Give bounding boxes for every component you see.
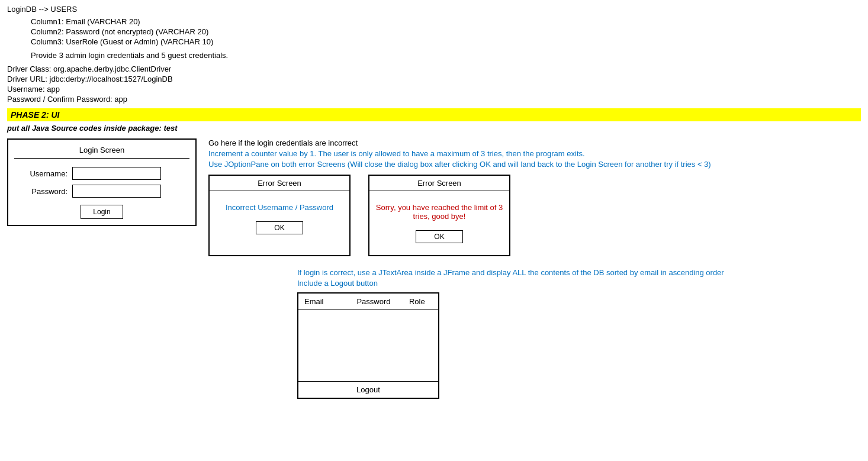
bottom-info-line1: If login is correct, use a JTextArea ins… [297,268,861,277]
data-display-box: Email Password Role Logout [297,292,439,399]
db-column1: Column1: Email (VARCHAR 20) [31,17,861,26]
col-email-header: Email [304,297,345,306]
error-screen-2-message: Sorry, you have reached the limit of 3 t… [375,203,503,221]
bottom-info-text: If login is correct, use a JTextArea ins… [297,268,861,288]
db-column3: Column3: UserRole (Guest or Admin) (VARC… [31,37,861,46]
password-input[interactable] [72,185,161,198]
driver-url: Driver URL: jdbc:derby://localhost:1527/… [7,75,861,83]
db-title: LoginDB --> USERS [7,5,861,14]
password-row: Password: [20,185,184,198]
bottom-info-line2: Include a Logout button [297,279,861,288]
login-button[interactable]: Login [81,205,123,219]
username-label: Username: [20,169,67,178]
ui-section: Login Screen Username: Password: Login [7,138,861,256]
error-info-line2: Increment a counter value by 1. The user… [208,149,861,158]
error-screen-2-title: Error Screen [369,176,509,191]
error-screen-2-ok-button[interactable]: OK [416,230,462,243]
error-info-text: Go here if the login credentials are inc… [208,138,861,169]
login-btn-row: Login [20,205,184,219]
bottom-section: If login is correct, use a JTextArea ins… [7,268,861,399]
login-screen-box: Login Screen Username: Password: Login [7,138,197,226]
db-column2: Column2: Password (not encrypted) (VARCH… [31,27,861,36]
db-username: Username: app [7,85,861,94]
error-info-section: Go here if the login credentials are inc… [208,138,861,256]
error-screen-1-ok-button[interactable]: OK [256,221,303,234]
phase-banner: PHASE 2: UI [7,108,861,121]
error-screen-1-message: Incorrect Username / Password [216,203,343,212]
data-table-body [298,310,438,381]
logout-button[interactable]: Logout [356,385,380,394]
col-role-header: Role [409,297,432,306]
username-row: Username: [20,167,184,180]
login-screen-container: Login Screen Username: Password: Login [7,138,197,226]
data-logout-row: Logout [298,381,438,398]
db-credentials-note: Provide 3 admin login credentials and 5 … [31,51,861,60]
error-screen-1-body: Incorrect Username / Password OK [210,191,349,246]
driver-class: Driver Class: org.apache.derby.jdbc.Clie… [7,65,861,73]
db-config: Driver Class: org.apache.derby.jdbc.Clie… [7,65,861,104]
error-screen-1: Error Screen Incorrect Username / Passwo… [208,175,351,256]
error-info-line1: Go here if the login credentials are inc… [208,138,861,147]
error-screen-1-title: Error Screen [210,176,349,191]
error-screens-row: Error Screen Incorrect Username / Passwo… [208,175,861,256]
col-password-header: Password [356,297,397,306]
error-info-line3: Use JOptionPane on both error Screens (W… [208,160,861,169]
data-table-header: Email Password Role [298,294,438,310]
error-screen-2-body: Sorry, you have reached the limit of 3 t… [369,191,509,255]
password-label: Password: [20,187,67,196]
login-form: Username: Password: Login [14,167,189,219]
db-columns: Column1: Email (VARCHAR 20) Column2: Pas… [31,17,861,46]
username-input[interactable] [72,167,161,180]
login-screen-title: Login Screen [14,146,189,159]
error-screen-2: Error Screen Sorry, you have reached the… [368,175,510,256]
db-password: Password / Confirm Password: app [7,95,861,104]
phase-subtitle: put all Java Source codes inside package… [7,124,861,133]
